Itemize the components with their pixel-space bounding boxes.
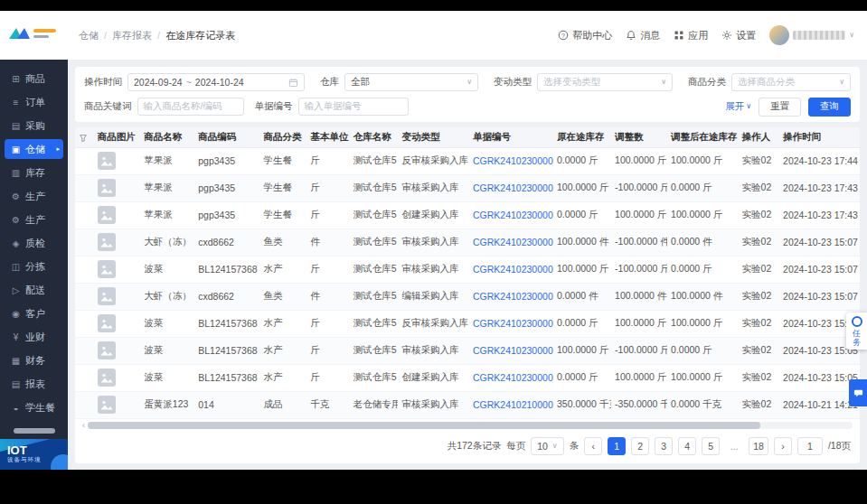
sidebar-item-inventory[interactable]: ▥ 库存 [5, 163, 63, 182]
doc-no-link[interactable]: CGRK24102300001 [473, 237, 553, 247]
sidebar-item-label: 生产 [25, 190, 45, 203]
page-button-1[interactable]: 1 [608, 437, 626, 455]
expand-filters-link[interactable]: 展开 ∨ [725, 100, 751, 113]
doc-no-link[interactable]: CGRK24102100002 [473, 399, 553, 410]
sidebar-scrollbar[interactable] [14, 428, 55, 434]
prev-page-button[interactable]: ‹ [584, 437, 602, 455]
cell-change-type: 审核采购入库 [398, 256, 469, 283]
category-select[interactable]: 选择商品分类 ∨ [731, 73, 851, 91]
cell-change-type: 审核采购入库 [398, 174, 469, 201]
next-page-button[interactable]: › [774, 437, 792, 455]
horizontal-scrollbar[interactable] [88, 422, 853, 429]
apps-button[interactable]: 应用 [674, 29, 708, 42]
change-type-select[interactable]: 选择变动类型 ∨ [537, 73, 673, 91]
per-page-select[interactable]: 10 ∨ [531, 437, 564, 455]
sidebar-item-goods[interactable]: ⊞ 商品 [5, 69, 63, 89]
help-center-button[interactable]: ? 帮助中心 [558, 29, 612, 42]
cell-change-type: 创建采购入库 [398, 201, 469, 229]
cell-product-name: 波菜 [140, 310, 194, 337]
sidebar-item-customers[interactable]: ◉ 客户 [5, 303, 63, 323]
cell-change-type: 反审核采购入库 [398, 310, 469, 337]
avatar [769, 25, 789, 45]
chevron-down-icon: ∨ [661, 79, 666, 86]
sidebar-item-production-1[interactable]: ⚙ 生产 [5, 186, 63, 206]
sidebar-item-label: 学生餐 [25, 401, 55, 415]
cell-product-code: cxd8662 [194, 229, 259, 256]
sidebar-item-label: 生产 [25, 213, 45, 227]
sidebar-item-finance[interactable]: ▦ 财务 [5, 350, 63, 370]
doc-no-link[interactable]: CGRK24102300002 [473, 210, 553, 220]
cell-change-type: 审核采购入库 [398, 229, 469, 256]
page-ellipsis[interactable]: ... [725, 437, 743, 455]
date-from-value[interactable]: 2024-09-24 [134, 77, 183, 88]
search-button[interactable]: 查询 [808, 98, 851, 117]
doc-no-input[interactable]: 输入单据编号 [298, 98, 409, 116]
sidebar-item-warehouse[interactable]: ▣ 仓储 ▸ [5, 139, 63, 159]
cell-product-code: pgp3435 [194, 201, 259, 229]
sidebar-item-delivery[interactable]: ▷ 配送 [5, 280, 63, 300]
page-button-5[interactable]: 5 [702, 437, 720, 455]
page-button-2[interactable]: 2 [631, 437, 649, 455]
sidebar-item-production-2[interactable]: ⚙ 生产 [5, 210, 63, 229]
doc-no-link[interactable]: CGRK24102300001 [473, 345, 553, 356]
task-widget[interactable]: 任务 [846, 313, 867, 350]
sidebar-item-orders[interactable]: ≡ 订单 [5, 92, 63, 112]
cell-adjust-qty: -100.0000 件 [611, 229, 667, 256]
sidebar-item-reports[interactable]: ▤ 报表 [5, 374, 63, 394]
messages-button[interactable]: 消息 [626, 29, 660, 42]
col-header: 仓库名称 [350, 127, 399, 147]
doc-no-link[interactable]: CGRK24102300001 [473, 291, 553, 302]
col-header: 操作时间 [779, 127, 860, 147]
warehouse-select[interactable]: 全部 ∨ [344, 73, 478, 91]
sidebar-item-quality[interactable]: ◈ 质检 [5, 233, 63, 253]
user-menu[interactable]: ∨ [769, 25, 854, 45]
product-image-placeholder-icon [98, 206, 116, 224]
cell-doc-no: CGRK24102300001 [469, 283, 553, 310]
scroll-left-icon[interactable]: ‹ [82, 422, 85, 430]
keyword-filter-label: 商品关键词 [84, 100, 132, 113]
cell-operator: 实验02 [739, 201, 779, 229]
warehouse-selected-value: 全部 [351, 76, 370, 89]
cell-warehouse: 测试仓库5 [350, 201, 399, 229]
cell-doc-no: CGRK24102300001 [469, 364, 553, 391]
page-jump-input[interactable] [797, 437, 823, 455]
sidebar-item-purchasing[interactable]: ▤ 采购 [5, 116, 63, 135]
page-button-3[interactable]: 3 [655, 437, 673, 455]
filter-panel: 操作时间 2024-09-24 ~ 2024-10-24 仓库 全部 [75, 67, 860, 122]
cell-time: 2024-10-23 15:07 [779, 256, 860, 283]
cell-category: 学生餐 [260, 147, 307, 174]
iot-logo-subtext: 设备与环境 [7, 456, 68, 464]
doc-no-link[interactable]: CGRK24102300001 [473, 372, 553, 383]
customer-service-widget[interactable] [849, 379, 867, 406]
cell-doc-no: CGRK24102300001 [469, 256, 553, 283]
column-settings-cell[interactable] [75, 127, 94, 147]
sidebar-item-sorting[interactable]: ◫ 分拣 [5, 257, 63, 276]
table-row: 大虾（冻） cxd8662 鱼类 件 测试仓库5 编辑采购入库 CGRK2410… [75, 283, 860, 310]
scrollbar-thumb[interactable] [88, 422, 760, 429]
breadcrumb-item[interactable]: 仓储 [79, 29, 99, 42]
page-button-18[interactable]: 18 [749, 437, 768, 455]
sidebar-item-student-meals[interactable]: ◒ 学生餐 [5, 397, 63, 417]
iot-logo: IOT 设备与环境 [0, 439, 68, 470]
date-to-value[interactable]: 2024-10-24 [195, 77, 244, 88]
cell-operator: 实验02 [739, 174, 779, 201]
date-range-input[interactable]: 2024-09-24 ~ 2024-10-24 [127, 73, 305, 91]
reset-button[interactable]: 重置 [759, 98, 801, 117]
sidebar-item-business-finance[interactable]: ¥ 业财 [5, 327, 63, 347]
settings-button[interactable]: 设置 [721, 29, 756, 42]
row-settings-cell [75, 391, 94, 418]
breadcrumb-item[interactable]: 库存报表 [112, 29, 152, 42]
cell-doc-no: CGRK24102300002 [469, 147, 553, 174]
doc-no-link[interactable]: CGRK24102300001 [473, 318, 553, 329]
chevron-down-icon: ∨ [746, 103, 751, 110]
production-icon: ⚙ [11, 215, 21, 225]
doc-no-link[interactable]: CGRK24102300002 [473, 155, 553, 166]
page-button-4[interactable]: 4 [678, 437, 696, 455]
col-header: 变动类型 [398, 127, 469, 147]
sorting-icon: ◫ [11, 262, 21, 272]
doc-no-link[interactable]: CGRK24102300002 [473, 182, 553, 193]
cell-unit: 斤 [306, 174, 350, 201]
keyword-input[interactable]: 输入商品名称/编码 [137, 98, 244, 116]
app-logo-icon [7, 25, 60, 42]
doc-no-link[interactable]: CGRK24102300001 [473, 264, 553, 275]
